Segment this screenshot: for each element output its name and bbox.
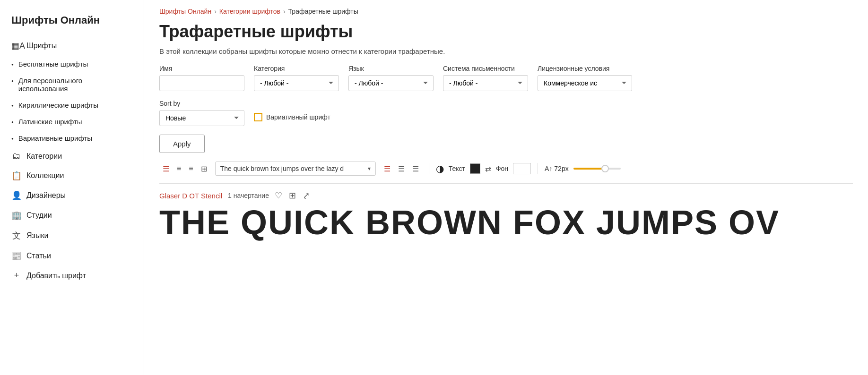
sidebar-item-designers[interactable]: 👤 Дизайнеры bbox=[0, 186, 144, 205]
collections-icon: 📋 bbox=[11, 170, 22, 181]
articles-icon: 📰 bbox=[11, 251, 22, 261]
sidebar-item-articles[interactable]: 📰 Статьи bbox=[0, 246, 144, 266]
filter-name-group: Имя bbox=[159, 65, 244, 91]
font-share-icon[interactable]: ⤤ bbox=[303, 190, 310, 201]
page-title: Трафаретные шрифты bbox=[159, 22, 853, 42]
preview-text-input[interactable] bbox=[220, 165, 364, 172]
sidebar-item-fonts[interactable]: ▦A Шрифты bbox=[0, 36, 144, 56]
sidebar-item-variable[interactable]: ● Вариативные шрифты bbox=[0, 130, 144, 146]
breadcrumb-sep-2: › bbox=[283, 8, 286, 15]
sort-by-group: Sort by Новые bbox=[159, 100, 244, 126]
studios-icon: 🏢 bbox=[11, 210, 22, 221]
bg-label: Фон bbox=[496, 165, 508, 172]
sort-by-label: Sort by bbox=[159, 100, 244, 107]
breadcrumb-sep-1: › bbox=[214, 8, 217, 15]
font-listing: Glaser D OT Stencil 1 начертание ♡ ⊞ ⤤ T… bbox=[159, 183, 853, 239]
breadcrumb-link-home[interactable]: Шрифты Онлайн bbox=[159, 8, 211, 15]
sidebar-item-languages[interactable]: 文 Языки bbox=[0, 225, 144, 246]
bullet-icon: ● bbox=[11, 120, 14, 124]
sidebar-item-personal-use[interactable]: ● Для персонального использования bbox=[0, 72, 144, 97]
sidebar-item-add-font[interactable]: + Добавить шрифт bbox=[0, 266, 144, 285]
breadcrumb-current: Трафаретные шрифты bbox=[288, 8, 358, 15]
text-color-box[interactable] bbox=[470, 163, 480, 174]
filter-license-group: Лицензионные условия Коммерческое ис bbox=[538, 65, 632, 91]
filter-name-input[interactable] bbox=[159, 75, 244, 91]
filter-name-label: Имя bbox=[159, 65, 244, 72]
apply-button[interactable]: Apply bbox=[159, 135, 205, 153]
text-label: Текст bbox=[449, 165, 465, 172]
bg-color-box[interactable] bbox=[513, 163, 531, 174]
designers-icon: 👤 bbox=[11, 190, 22, 201]
layout-list-icon[interactable]: ☰ bbox=[159, 162, 173, 176]
align-icon-group: ☰ ☰ ☰ bbox=[381, 162, 422, 176]
variable-font-group: Вариативный шрифт bbox=[254, 113, 330, 121]
align-center-icon[interactable]: ☰ bbox=[395, 162, 408, 176]
font-action-icons: ♡ ⊞ ⤤ bbox=[275, 190, 310, 201]
sidebar-item-latin[interactable]: ● Латинские шрифты bbox=[0, 113, 144, 130]
bullet-icon: ● bbox=[11, 136, 14, 141]
font-size-slider-wrap bbox=[573, 168, 621, 170]
layout-grid-icon[interactable]: ⊞ bbox=[198, 162, 210, 176]
variable-font-label: Вариативный шрифт bbox=[266, 113, 330, 121]
sidebar-item-studios[interactable]: 🏢 Студии bbox=[0, 205, 144, 225]
bullet-icon: ● bbox=[11, 103, 14, 108]
filter-writing-system-select[interactable]: - Любой - bbox=[443, 75, 528, 91]
sidebar-item-collections[interactable]: 📋 Коллекции bbox=[0, 166, 144, 186]
font-add-collection-icon[interactable]: ⊞ bbox=[289, 190, 296, 201]
filter-license-select[interactable]: Коммерческое ис bbox=[538, 75, 632, 91]
layout-list2-icon[interactable]: ≡ bbox=[174, 162, 184, 176]
sidebar-item-free-fonts[interactable]: ● Бесплатные шрифты bbox=[0, 56, 144, 72]
font-size-label: A↑ 72px bbox=[545, 165, 569, 172]
align-left-icon[interactable]: ☰ bbox=[381, 162, 394, 176]
filter-language-group: Язык - Любой - bbox=[348, 65, 434, 91]
main-content: Шрифты Онлайн › Категории шрифтов › Траф… bbox=[144, 0, 868, 375]
filter-writing-system-label: Система письменности bbox=[443, 65, 528, 72]
align-right-icon[interactable]: ☰ bbox=[409, 162, 422, 176]
filters-row-2: Sort by Новые Вариативный шрифт bbox=[159, 100, 853, 126]
font-favorite-icon[interactable]: ♡ bbox=[275, 190, 282, 201]
filter-language-select[interactable]: - Любой - bbox=[348, 75, 434, 91]
variable-font-checkbox[interactable] bbox=[254, 113, 262, 121]
layout-center-icon[interactable]: ≡ bbox=[185, 162, 196, 176]
bullet-icon: ● bbox=[11, 62, 14, 67]
sidebar-item-categories[interactable]: 🗂 Категории bbox=[0, 146, 144, 166]
breadcrumb: Шрифты Онлайн › Категории шрифтов › Траф… bbox=[159, 8, 853, 15]
page-description: В этой коллекции собраны шрифты которые … bbox=[159, 47, 853, 55]
preview-text-chevron-icon[interactable]: ▾ bbox=[368, 165, 371, 172]
font-listing-header: Glaser D OT Stencil 1 начертание ♡ ⊞ ⤤ bbox=[159, 190, 853, 201]
preview-text-wrap[interactable]: ▾ bbox=[215, 162, 376, 176]
font-name-link[interactable]: Glaser D OT Stencil bbox=[159, 192, 222, 200]
languages-icon: 文 bbox=[11, 230, 22, 241]
filters-row-1: Имя Категория - Любой - Язык - Любой - С… bbox=[159, 65, 853, 91]
toolbar-separator-1 bbox=[429, 163, 429, 174]
toolbar: ☰ ≡ ≡ ⊞ ▾ ☰ ☰ ☰ ◑ Текст ⇄ Фон A↑ 72px bbox=[159, 162, 853, 176]
toolbar-separator-2 bbox=[538, 163, 538, 174]
font-style-count: 1 начертание bbox=[228, 192, 269, 199]
font-preview-text: THE QUICK BROWN FOX JUMPS OV bbox=[159, 205, 853, 239]
swap-icon[interactable]: ⇄ bbox=[485, 164, 491, 173]
sidebar-item-cyrillic[interactable]: ● Кириллические шрифты bbox=[0, 97, 144, 113]
add-icon: + bbox=[11, 271, 22, 281]
fonts-icon: ▦A bbox=[11, 41, 22, 51]
filter-category-label: Категория bbox=[254, 65, 339, 72]
categories-icon: 🗂 bbox=[11, 151, 22, 161]
filter-category-group: Категория - Любой - bbox=[254, 65, 339, 91]
layout-icon-group: ☰ ≡ ≡ ⊞ bbox=[159, 162, 210, 176]
sort-by-select[interactable]: Новые bbox=[159, 110, 244, 126]
filter-category-select[interactable]: - Любой - bbox=[254, 75, 339, 91]
breadcrumb-link-categories[interactable]: Категории шрифтов bbox=[219, 8, 280, 15]
filter-language-label: Язык bbox=[348, 65, 434, 72]
contrast-icon[interactable]: ◑ bbox=[436, 163, 444, 174]
filter-license-label: Лицензионные условия bbox=[538, 65, 632, 72]
bullet-icon: ● bbox=[11, 79, 14, 83]
sidebar-title: Шрифты Онлайн bbox=[0, 9, 144, 36]
sidebar: Шрифты Онлайн ▦A Шрифты ● Бесплатные шри… bbox=[0, 0, 144, 375]
filter-writing-system-group: Система письменности - Любой - bbox=[443, 65, 528, 91]
font-size-slider[interactable] bbox=[573, 168, 621, 170]
